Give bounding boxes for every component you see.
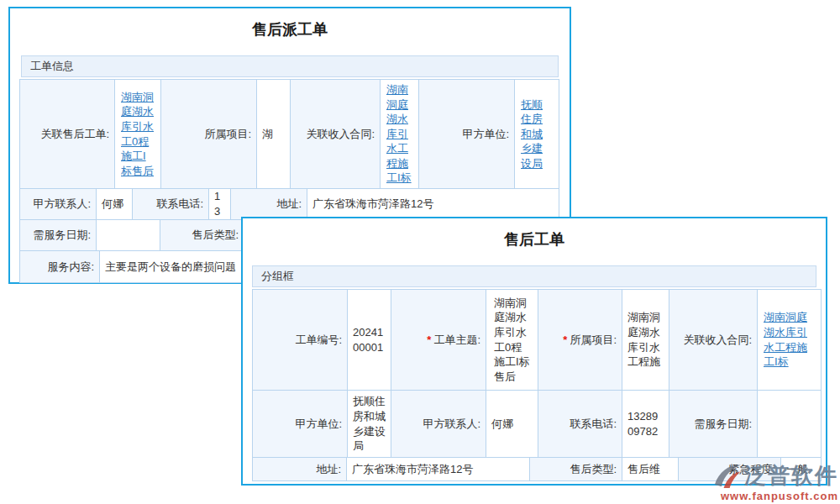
- field-value-client-unit: 抚顺住房和城乡建设局: [348, 391, 391, 458]
- field-label-order-subject: * 工单主题:: [391, 290, 486, 391]
- field-label-phone: 联系电话:: [538, 391, 622, 458]
- brand-website: www.fanpusoft.com: [712, 490, 838, 502]
- field-label-service-content: 服务内容:: [20, 251, 100, 283]
- field-value-order-number: 2024100001: [348, 290, 391, 391]
- income-contract-cell: 湖南洞庭湖水库引水工程施工I标: [758, 290, 822, 391]
- field-label-related-aftersales-order: 关联售后工单:: [20, 80, 115, 189]
- page: 售后派工单 工单信息 关联售后工单: 湖南洞庭湖水库引水工0程施工I标售后 所属…: [0, 0, 840, 504]
- work-order-form: 工单编号: 2024100001 * 工单主题: 湖南洞庭湖水库引水工0程施工I…: [252, 289, 822, 481]
- table-row: 关联售后工单: 湖南洞庭湖水库引水工0程施工I标售后 所属项目: 湖 关联收入合…: [20, 80, 559, 189]
- related-aftersales-order-link[interactable]: 湖南洞庭湖水库引水工0程施工I标售后: [121, 90, 155, 178]
- required-marker: *: [563, 333, 567, 348]
- field-label-service-date: 需服务日期:: [20, 220, 97, 251]
- client-unit-cell: 抚顺住房和城乡建设局: [515, 80, 559, 189]
- field-label-client-contact: 甲方联系人:: [391, 391, 486, 458]
- field-label-client-unit: 甲方单位:: [419, 80, 515, 189]
- income-contract-cell: 湖南洞庭湖水库引水工程施工I标: [381, 80, 419, 189]
- field-label-text: 所属项目:: [570, 333, 617, 348]
- vendor-watermark: 泛普软件 www.fanpusoft.com: [712, 462, 838, 502]
- field-value-order-subject: 湖南洞庭湖水库引水工0程施工I标售后: [486, 290, 538, 391]
- field-label-address: 地址:: [231, 189, 307, 220]
- table-row: 甲方联系人: 何娜 联系电话: 13 地址: 广东省珠海市菏泽路12号: [20, 189, 559, 220]
- fanpu-logo-icon: [712, 462, 743, 489]
- field-value-service-date: [97, 220, 160, 251]
- income-contract-link[interactable]: 湖南洞庭湖水库引水工程施工I标: [386, 82, 412, 186]
- field-label-income-contract: 关联收入合同:: [669, 290, 758, 391]
- work-order-title: 售后工单: [243, 218, 826, 250]
- field-value-service-date: [758, 391, 822, 458]
- field-label-phone: 联系电话:: [133, 189, 209, 220]
- field-label-service-date: 需服务日期:: [669, 391, 758, 458]
- work-order-section-header: 分组框: [252, 265, 816, 287]
- field-value-client-contact: 何娜: [97, 189, 133, 220]
- field-value-aftersales-type: 售后维: [622, 458, 679, 481]
- income-contract-link[interactable]: 湖南洞庭湖水库引水工程施工I标: [764, 310, 815, 369]
- table-row: 甲方单位: 抚顺住房和城乡建设局 甲方联系人: 何娜 联系电话: 1328909…: [253, 391, 822, 458]
- field-label-order-number: 工单编号:: [253, 290, 348, 391]
- dispatch-order-section-header: 工单信息: [21, 55, 559, 77]
- table-row: 工单编号: 2024100001 * 工单主题: 湖南洞庭湖水库引水工0程施工I…: [253, 290, 822, 391]
- field-label-aftersales-type: 售后类型:: [530, 458, 622, 481]
- field-value-address: 广东省珠海市菏泽路12号: [347, 458, 530, 481]
- field-value-project: 湖: [257, 80, 291, 189]
- related-aftersales-order-cell: 湖南洞庭湖水库引水工0程施工I标售后: [115, 80, 161, 189]
- field-label-income-contract: 关联收入合同:: [291, 80, 381, 189]
- brand-name: 泛普软件: [744, 464, 838, 487]
- field-label-project: 所属项目:: [161, 80, 257, 189]
- field-value-project: 湖南洞庭湖水库引水工程施: [622, 290, 669, 391]
- dispatch-order-title: 售后派工单: [10, 8, 570, 40]
- field-value-phone: 13: [209, 189, 231, 220]
- field-value-address: 广东省珠海市菏泽路12号: [307, 189, 559, 220]
- field-label-project: * 所属项目:: [538, 290, 622, 391]
- field-label-text: 工单主题:: [433, 333, 480, 348]
- field-value-phone: 1328909782: [622, 391, 669, 458]
- field-label-aftersales-type: 售后类型:: [160, 220, 244, 251]
- required-marker: *: [427, 333, 431, 348]
- client-unit-link[interactable]: 抚顺住房和城乡建设局: [521, 97, 553, 171]
- field-label-address: 地址:: [253, 458, 347, 481]
- field-value-client-contact: 何娜: [486, 391, 538, 458]
- field-label-client-contact: 甲方联系人:: [20, 189, 97, 220]
- field-label-client-unit: 甲方单位:: [253, 391, 348, 458]
- work-order-window: 售后工单 分组框 工单编号: 2024100001 * 工单主题: 湖南洞庭湖水…: [241, 217, 827, 486]
